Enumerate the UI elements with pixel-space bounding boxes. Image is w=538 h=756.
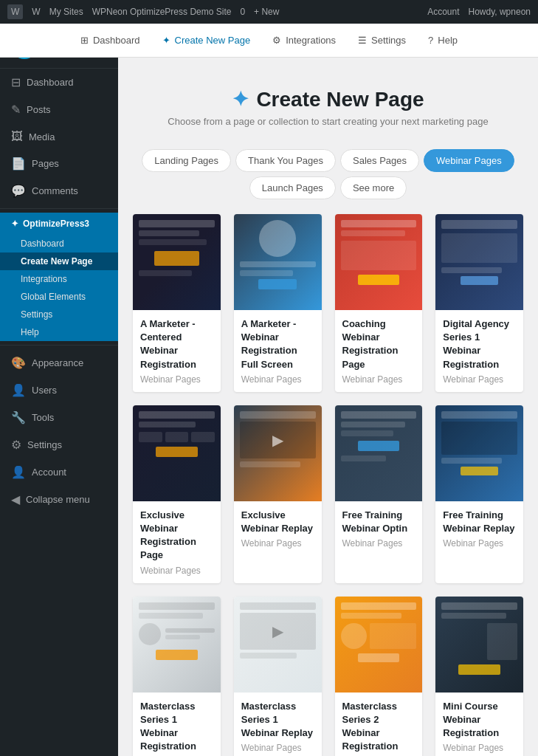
- howdy-link[interactable]: Howdy, wpneon: [469, 7, 531, 17]
- template-card-9[interactable]: Masterclass Series 1 Webinar Registratio…: [133, 597, 221, 757]
- template-title-6: Exclusive Webinar Replay: [241, 509, 314, 535]
- template-thumb-9: [133, 597, 221, 693]
- template-card-12[interactable]: Mini Course Webinar Registration Webinar…: [435, 597, 523, 757]
- template-card-7[interactable]: Free Training Webinar Optin Webinar Page…: [335, 405, 423, 583]
- nav-integrations[interactable]: ⚙ Integrations: [272, 35, 336, 46]
- template-title-10: Masterclass Series 1 Webinar Replay: [241, 700, 314, 740]
- op-help-item[interactable]: Help: [0, 323, 118, 341]
- sidebar-item-posts[interactable]: ✎ Posts: [0, 96, 118, 123]
- media-menu-icon: 🖼: [11, 130, 23, 143]
- op-settings-item[interactable]: Settings: [0, 306, 118, 323]
- tab-launch-pages[interactable]: Launch Pages: [249, 176, 336, 199]
- create-page-icon: ✦: [162, 35, 170, 46]
- template-info-1: A Marketer - Centered Webinar Registrati…: [133, 310, 221, 392]
- tab-sales-pages[interactable]: Sales Pages: [340, 149, 419, 172]
- nav-create-new-page[interactable]: ✦ Create New Page: [162, 35, 251, 46]
- sidebar-item-settings[interactable]: ⚙ Settings: [0, 431, 118, 458]
- template-thumb-6: ▶: [234, 405, 322, 501]
- sidebar-item-users[interactable]: 👤 Users: [0, 377, 118, 404]
- template-thumb-1: [133, 214, 221, 310]
- notifications-badge[interactable]: WPNeon OptimizePress Demo Site: [92, 7, 232, 17]
- op-integrations-item[interactable]: Integrations: [0, 270, 118, 288]
- template-title-1: A Marketer - Centered Webinar Registrati…: [140, 317, 213, 371]
- sidebar-item-dashboard[interactable]: ⊟ Dashboard: [0, 69, 118, 96]
- op-dashboard-item[interactable]: Dashboard: [0, 235, 118, 252]
- template-title-8: Free Training Webinar Replay: [443, 509, 516, 535]
- template-card-8[interactable]: Free Training Webinar Replay Webinar Pag…: [435, 405, 523, 583]
- optimizepress-section: ✦ OptimizePress3 Dashboard Create New Pa…: [0, 213, 118, 341]
- template-info-12: Mini Course Webinar Registration Webinar…: [435, 693, 523, 757]
- comments-menu-icon: 💬: [11, 184, 26, 198]
- account-icon: 👤: [11, 465, 26, 479]
- account-link[interactable]: Account: [427, 7, 459, 17]
- purge-cache-link[interactable]: + New: [254, 7, 279, 17]
- nav-help[interactable]: ? Help: [428, 35, 458, 46]
- nav-integrations-label: Integrations: [286, 35, 336, 46]
- template-grid-row-2: Exclusive Webinar Registration Page Webi…: [133, 405, 523, 583]
- template-card-4[interactable]: Digital Agency Series 1 Webinar Registra…: [435, 214, 523, 392]
- template-card-6[interactable]: ▶ Exclusive Webinar Replay Webinar Pages: [234, 405, 322, 583]
- sidebar-item-tools[interactable]: 🔧 Tools: [0, 404, 118, 431]
- template-thumb-4: [435, 214, 523, 310]
- page-title-icon: ✦: [232, 87, 249, 111]
- template-category-2: Webinar Pages: [241, 374, 314, 385]
- template-thumb-11: [335, 597, 423, 693]
- template-category-7: Webinar Pages: [342, 538, 415, 549]
- sidebar-account-label: Account: [32, 467, 66, 478]
- main-content: ✦ Create New Page Choose from a page or …: [118, 58, 538, 756]
- sidebar-divider-2: [0, 345, 118, 346]
- op-global-elements-item[interactable]: Global Elements: [0, 288, 118, 306]
- template-card-5[interactable]: Exclusive Webinar Registration Page Webi…: [133, 405, 221, 583]
- sidebar-users-label: Users: [32, 385, 57, 396]
- template-title-4: Digital Agency Series 1 Webinar Registra…: [443, 317, 516, 371]
- collapse-icon: ◀: [11, 492, 20, 506]
- template-info-5: Exclusive Webinar Registration Page Webi…: [133, 501, 221, 583]
- settings-icon: ☰: [358, 35, 367, 46]
- template-category-5: Webinar Pages: [140, 566, 213, 576]
- filter-tabs: Landing Pages Thank You Pages Sales Page…: [133, 149, 523, 199]
- template-card-2[interactable]: A Marketer - Webinar Registration Full S…: [234, 214, 322, 392]
- template-thumb-8: [435, 405, 523, 501]
- sidebar-collapse-label: Collapse menu: [26, 494, 90, 505]
- template-card-11[interactable]: Masterclass Series 2 Webinar Registratio…: [335, 597, 423, 757]
- sidebar-item-collapse[interactable]: ◀ Collapse menu: [0, 486, 118, 513]
- tab-thank-you-pages[interactable]: Thank You Pages: [235, 149, 336, 172]
- template-thumb-5: [133, 405, 221, 501]
- sidebar-item-media[interactable]: 🖼 Media: [0, 123, 118, 150]
- nav-settings-label: Settings: [371, 35, 406, 46]
- sidebar-item-pages[interactable]: 📄 Pages: [0, 150, 118, 177]
- nav-dashboard[interactable]: ⊞ Dashboard: [80, 35, 140, 46]
- template-grid-row-3: Masterclass Series 1 Webinar Registratio…: [133, 597, 523, 757]
- op-dashboard-label: Dashboard: [21, 238, 64, 249]
- template-title-7: Free Training Webinar Optin: [342, 509, 415, 535]
- tab-landing-pages[interactable]: Landing Pages: [142, 149, 231, 172]
- sidebar-dashboard-label: Dashboard: [27, 77, 74, 88]
- sidebar-item-comments[interactable]: 💬 Comments: [0, 177, 118, 205]
- template-card-3[interactable]: Coaching Webinar Registration Page Webin…: [335, 214, 423, 392]
- template-card-10[interactable]: ▶ Masterclass Series 1 Webinar Replay We…: [234, 597, 322, 757]
- sidebar-item-appearance[interactable]: 🎨 Appearance: [0, 349, 118, 377]
- template-thumb-3: [335, 214, 423, 310]
- op-global-elements-label: Global Elements: [21, 292, 86, 302]
- op-create-page-item[interactable]: Create New Page: [0, 252, 118, 270]
- op-create-page-label: Create New Page: [21, 256, 92, 267]
- sidebar-comments-label: Comments: [32, 185, 78, 196]
- site-name-link[interactable]: My Sites: [49, 7, 83, 17]
- new-link[interactable]: 0: [240, 7, 245, 17]
- admin-bar-right: Account Howdy, wpneon: [427, 7, 531, 17]
- tab-see-more[interactable]: See more: [340, 176, 407, 199]
- template-category-3: Webinar Pages: [342, 374, 415, 385]
- optimizepress-label: OptimizePress3: [23, 219, 89, 229]
- page-title: ✦ Create New Page: [133, 87, 523, 111]
- template-title-3: Coaching Webinar Registration Page: [342, 317, 415, 371]
- admin-bar-left: W W My Sites WPNeon OptimizePress Demo S…: [7, 4, 418, 19]
- sidebar-item-account[interactable]: 👤 Account: [0, 458, 118, 486]
- template-category-10: Webinar Pages: [241, 743, 314, 753]
- my-sites-link[interactable]: W: [32, 7, 40, 17]
- tab-webinar-pages[interactable]: Webinar Pages: [424, 149, 514, 172]
- sidebar-posts-label: Posts: [27, 104, 51, 115]
- nav-settings[interactable]: ☰ Settings: [358, 35, 406, 46]
- wp-logo[interactable]: W: [7, 4, 23, 19]
- template-title-11: Masterclass Series 2 Webinar Registratio…: [342, 700, 415, 754]
- template-card-1[interactable]: A Marketer - Centered Webinar Registrati…: [133, 214, 221, 392]
